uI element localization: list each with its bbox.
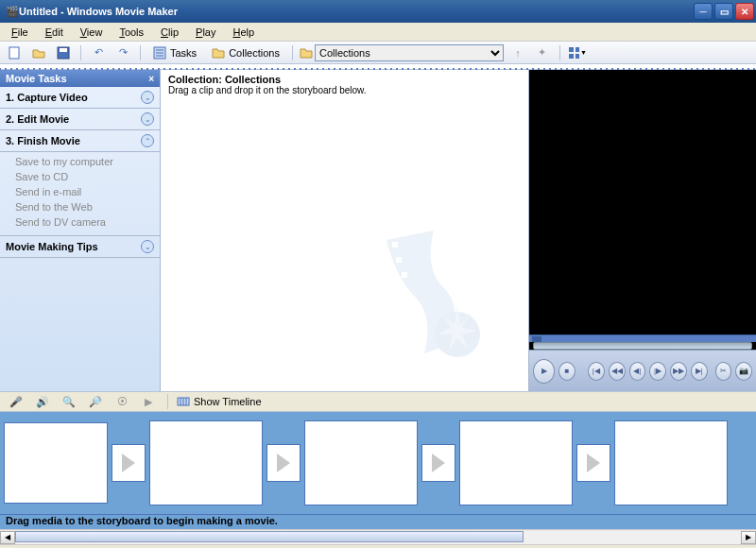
- collections-label: Collections: [229, 47, 280, 59]
- transition-slot[interactable]: [112, 444, 146, 482]
- subtask-send-email[interactable]: Send in e-mail: [15, 184, 154, 199]
- storyboard-hint: Drag media to the storyboard to begin ma…: [0, 514, 756, 529]
- stop-button[interactable]: ■: [558, 362, 576, 381]
- task-section-label: 1. Capture Video: [6, 92, 88, 103]
- preview-pane: ▶ ■ |◀ ◀◀ ◀| |▶ ▶▶ ▶| ✂ 📷: [529, 70, 756, 391]
- play-button[interactable]: ▶: [533, 359, 555, 384]
- clip-slot[interactable]: [304, 420, 418, 505]
- snapshot-button[interactable]: 📷: [735, 362, 752, 381]
- redo-button[interactable]: ↷: [112, 43, 133, 62]
- seek-marker-icon: [532, 336, 541, 342]
- transition-slot[interactable]: [421, 444, 455, 482]
- clip-slot[interactable]: [614, 420, 728, 505]
- svg-rect-10: [402, 272, 407, 278]
- play-timeline-button[interactable]: ▶: [138, 392, 159, 411]
- step-fwd-button[interactable]: |▶: [649, 362, 666, 381]
- timeline-icon: [177, 395, 190, 408]
- svg-rect-5: [576, 47, 579, 52]
- chevron-down-icon: ⌄: [141, 240, 154, 253]
- menu-tools[interactable]: Tools: [112, 25, 151, 40]
- scroll-right-button[interactable]: ▶: [741, 531, 756, 544]
- statusbar: Ready: [0, 544, 756, 548]
- location-icon: [300, 46, 313, 60]
- save-button[interactable]: [53, 43, 74, 62]
- svg-rect-12: [532, 336, 541, 342]
- toolbar: ↶ ↷ Tasks Collections Collections ↑ ✦ ▼: [0, 42, 756, 64]
- new-folder-button[interactable]: ✦: [532, 43, 553, 62]
- subtask-send-dv[interactable]: Send to DV camera: [15, 214, 154, 230]
- transition-slot[interactable]: [266, 444, 301, 482]
- location-dropdown[interactable]: Collections: [315, 44, 504, 61]
- svg-rect-7: [576, 54, 579, 59]
- menu-play[interactable]: Play: [188, 25, 223, 40]
- split-button[interactable]: ✂: [715, 362, 732, 381]
- task-tips[interactable]: Movie Making Tips ⌄: [0, 235, 160, 258]
- app-icon: 🎬: [6, 6, 19, 18]
- horizontal-scrollbar[interactable]: ◀ ▶: [0, 529, 756, 544]
- window-title: Untitled - Windows Movie Maker: [19, 6, 694, 17]
- task-pane-title: Movie Tasks: [6, 73, 67, 84]
- subtask-send-web[interactable]: Send to the Web: [15, 199, 154, 214]
- titlebar: 🎬 Untitled - Windows Movie Maker ─ ▭ ✕: [0, 0, 756, 23]
- undo-button[interactable]: ↶: [88, 43, 109, 62]
- seek-bar[interactable]: [533, 342, 752, 350]
- close-button[interactable]: ✕: [735, 3, 754, 20]
- menu-view[interactable]: View: [73, 25, 111, 40]
- minimize-button[interactable]: ─: [694, 3, 713, 20]
- svg-rect-2: [60, 48, 67, 52]
- tasks-label: Tasks: [170, 47, 197, 59]
- maximize-button[interactable]: ▭: [714, 3, 733, 20]
- zoom-in-button[interactable]: 🔍: [59, 392, 79, 411]
- svg-rect-4: [569, 47, 574, 52]
- task-capture-video[interactable]: 1. Capture Video ⌄: [0, 87, 160, 109]
- collection-title: Collection: Collections: [168, 74, 521, 85]
- collections-button[interactable]: Collections: [206, 44, 285, 61]
- task-pane-header: Movie Tasks ×: [0, 70, 160, 87]
- task-pane-close[interactable]: ×: [148, 74, 154, 84]
- scroll-left-button[interactable]: ◀: [0, 531, 15, 544]
- video-preview: [529, 70, 756, 334]
- transition-slot[interactable]: [576, 444, 610, 482]
- menu-clip[interactable]: Clip: [153, 25, 186, 40]
- svg-rect-0: [9, 47, 19, 59]
- prev-button[interactable]: |◀: [588, 362, 605, 381]
- clip-slot[interactable]: [4, 422, 108, 504]
- subtask-save-computer[interactable]: Save to my computer: [15, 154, 154, 169]
- collection-hint: Drag a clip and drop it on the storyboar…: [168, 85, 521, 95]
- set-audio-button[interactable]: 🎤: [6, 392, 26, 411]
- scroll-thumb[interactable]: [15, 531, 524, 542]
- step-back-button[interactable]: ◀|: [629, 362, 646, 381]
- chevron-up-icon: ⌃: [141, 134, 154, 147]
- menu-file[interactable]: File: [4, 25, 36, 40]
- menu-help[interactable]: Help: [225, 25, 262, 40]
- narrate-button[interactable]: 🔊: [32, 392, 53, 411]
- chevron-down-icon: ⌄: [141, 112, 154, 126]
- clip-slot[interactable]: [149, 420, 263, 505]
- task-finish-movie[interactable]: 3. Finish Movie ⌃: [0, 130, 160, 152]
- menu-edit[interactable]: Edit: [38, 25, 71, 40]
- new-project-button[interactable]: [4, 43, 25, 62]
- forward-button[interactable]: ▶▶: [670, 362, 687, 381]
- show-timeline-button[interactable]: Show Timeline: [177, 395, 262, 408]
- svg-rect-8: [392, 242, 398, 248]
- task-edit-movie[interactable]: 2. Edit Movie ⌄: [0, 109, 160, 130]
- tasks-icon: [153, 46, 166, 60]
- next-button[interactable]: ▶|: [691, 362, 708, 381]
- clip-slot[interactable]: [459, 420, 573, 505]
- task-section-label: 3. Finish Movie: [6, 135, 80, 146]
- open-project-button[interactable]: [28, 43, 49, 62]
- views-button[interactable]: ▼: [567, 43, 588, 62]
- task-section-label: Movie Making Tips: [6, 241, 98, 252]
- collection-pane: Collection: Collections Drag a clip and …: [161, 70, 529, 391]
- svg-rect-6: [569, 54, 574, 59]
- rewind-timeline-button[interactable]: ⦿: [112, 392, 132, 411]
- scroll-track[interactable]: [15, 531, 741, 544]
- zoom-out-button[interactable]: 🔎: [85, 392, 106, 411]
- up-button[interactable]: ↑: [507, 43, 528, 62]
- tasks-button[interactable]: Tasks: [147, 44, 202, 61]
- menubar: File Edit View Tools Clip Play Help: [0, 23, 756, 42]
- subtask-save-cd[interactable]: Save to CD: [15, 169, 154, 184]
- task-pane: Movie Tasks × 1. Capture Video ⌄ 2. Edit…: [0, 70, 161, 391]
- rewind-button[interactable]: ◀◀: [609, 362, 626, 381]
- storyboard[interactable]: [0, 412, 756, 514]
